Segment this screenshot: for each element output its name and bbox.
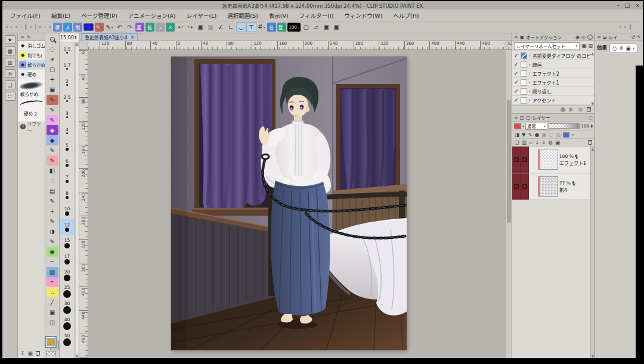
- dock-icon[interactable]: ★: [5, 35, 16, 44]
- scroll-down-icon[interactable]: ▼: [591, 101, 594, 105]
- tool-button[interactable]: ✎: [47, 95, 58, 105]
- tool-button[interactable]: ╱: [47, 297, 58, 307]
- menu-item[interactable]: ファイル(F): [5, 11, 46, 20]
- menu-item[interactable]: 編集(E): [46, 11, 76, 20]
- tool-button[interactable]: ◧: [47, 166, 58, 176]
- canvas-viewport[interactable]: [88, 50, 506, 358]
- caret-icon[interactable]: ›: [529, 80, 531, 85]
- brush-size-item[interactable]: 25: [60, 284, 75, 300]
- clip-at-layer-icon[interactable]: ▼: [522, 132, 526, 138]
- opacity-value[interactable]: 100: [581, 123, 589, 129]
- menu-item[interactable]: ヘルプ(H): [388, 11, 424, 20]
- layer-select-cell[interactable]: ✎: [521, 173, 529, 200]
- layer-color-swatch[interactable]: [563, 132, 569, 138]
- subtool-item[interactable]: ◆ 軟らかめ: [18, 60, 45, 70]
- add-set-icon[interactable]: ⊞: [588, 43, 593, 49]
- layer-color-effect-icon[interactable]: ▣: [626, 45, 631, 51]
- caret-icon[interactable]: ›: [529, 89, 531, 94]
- dock-arrow[interactable]: «: [38, 24, 43, 30]
- play-icon[interactable]: ◎: [581, 35, 586, 40]
- toolbar-button[interactable]: ▣▾: [322, 23, 331, 32]
- tool-button[interactable]: ✎: [47, 105, 58, 115]
- checkmark-icon[interactable]: ✓: [514, 97, 519, 103]
- toolbar-button[interactable]: 拡▾: [145, 23, 154, 32]
- select-square-icon[interactable]: [514, 184, 519, 189]
- layer-row[interactable]: ✎ › 100 %▚ エフェクト1: [512, 147, 590, 173]
- toolbar-button[interactable]: ▦▾: [206, 23, 215, 32]
- scrollbar[interactable]: ▲▼: [75, 42, 79, 358]
- tool-button[interactable]: ▤: [47, 186, 58, 196]
- tool-button[interactable]: ▨: [47, 267, 58, 277]
- brush-size-item[interactable]: 30: [60, 300, 75, 316]
- brush-size-item[interactable]: 8: [60, 187, 75, 203]
- tool-button[interactable]: ✎: [47, 237, 58, 247]
- brush-size-item[interactable]: 20: [60, 267, 75, 284]
- dock-arrow[interactable]: »: [623, 24, 628, 30]
- layer-visibility-cell[interactable]: [512, 147, 521, 173]
- toolbar-button[interactable]: ↶▾: [115, 23, 124, 32]
- toolbar-button[interactable]: ⊤▾: [247, 23, 256, 32]
- select-square-icon[interactable]: [522, 157, 527, 162]
- tool-button[interactable]: ∴: [47, 287, 58, 297]
- toolbar-button[interactable]: ▣▾: [332, 23, 341, 32]
- tool-button[interactable]: ✎: [47, 145, 58, 155]
- brush-size-item[interactable]: 1.5: [60, 42, 75, 58]
- tool-button[interactable]: ✎: [47, 155, 58, 166]
- search-icon[interactable]: ◌: [589, 115, 593, 120]
- toolbar-button[interactable]: 選▾: [135, 23, 144, 32]
- toolbar-button[interactable]: 別▾: [73, 23, 82, 32]
- menu-item[interactable]: フィルター(I): [294, 11, 339, 20]
- checkmark-icon[interactable]: ✓: [514, 88, 519, 94]
- trash-icon[interactable]: [588, 140, 592, 145]
- lock-layer-icon[interactable]: ●: [535, 132, 539, 138]
- trash-icon[interactable]: [587, 107, 591, 112]
- duplicate-set-icon[interactable]: ▣: [581, 43, 587, 49]
- tool-button[interactable]: ~: [47, 257, 58, 267]
- toolbar-button[interactable]: ✎▾: [105, 23, 114, 32]
- create-mask-icon[interactable]: ◍: [548, 139, 552, 145]
- toolbar-button[interactable]: ス▾: [63, 23, 72, 32]
- toolbar-button[interactable]: ◡▾: [237, 23, 246, 32]
- main-color-swatch[interactable]: [46, 337, 55, 347]
- new-vector-layer-icon[interactable]: ▥: [522, 139, 527, 145]
- tab-layer[interactable]: レイヤー: [532, 114, 550, 121]
- draft-layer-icon[interactable]: ✎: [528, 132, 532, 138]
- panel-menu-icon[interactable]: ≡: [514, 115, 518, 120]
- opacity-slider[interactable]: [549, 123, 580, 129]
- brush-size-item[interactable]: 5: [60, 139, 75, 155]
- dock-arrow[interactable]: ›: [10, 24, 14, 30]
- toolbar-button[interactable]: 100▾: [287, 23, 301, 32]
- apply-mask-icon[interactable]: ▣: [555, 139, 560, 145]
- tool-button[interactable]: ▣: [47, 85, 58, 95]
- toolbar-button[interactable]: ∠▾: [216, 23, 225, 32]
- brush-size-value[interactable]: 15.00: [60, 35, 74, 41]
- layer-visibility-cell[interactable]: [512, 173, 521, 200]
- dock-icon[interactable]: ◎: [5, 69, 16, 78]
- new-layer-icon[interactable]: ❏: [515, 139, 519, 145]
- checkmark-icon[interactable]: ✓: [514, 79, 519, 85]
- brush-size-item[interactable]: 4: [60, 123, 75, 139]
- tool-button[interactable]: [47, 34, 58, 44]
- auto-action-item[interactable]: ✓ › 名前変更ダイアログ のコピ: [512, 51, 595, 60]
- tool-button[interactable]: ◈: [47, 125, 58, 135]
- tone-effect-icon[interactable]: ※: [619, 45, 623, 51]
- select-square-icon[interactable]: [514, 157, 519, 162]
- brush-size-item[interactable]: 2.5: [60, 91, 75, 107]
- tool-button[interactable]: ◑: [47, 226, 58, 237]
- toolbar-button[interactable]: ↩▾: [176, 23, 185, 32]
- dock-arrow[interactable]: ‹: [43, 24, 47, 30]
- brush-size-item[interactable]: 15: [60, 235, 75, 251]
- toolbar-button[interactable]: ▱▾: [312, 23, 321, 32]
- duplicate-subtool-icon[interactable]: ▣: [28, 350, 33, 356]
- merge-down-icon[interactable]: ⇓: [541, 139, 546, 145]
- tool-button[interactable]: +: [47, 206, 58, 216]
- record-icon[interactable]: ◉: [575, 35, 580, 40]
- record-button[interactable]: [561, 107, 565, 112]
- panel-menu-icon[interactable]: ≡: [597, 35, 601, 40]
- save-material-icon[interactable]: ↧: [20, 350, 25, 356]
- brush-size-item[interactable]: 40: [60, 316, 75, 332]
- dock-arrow[interactable]: «: [28, 24, 33, 30]
- brush-size-item[interactable]: 10: [60, 203, 75, 219]
- auto-action-item[interactable]: ✓ › 照り返し: [512, 87, 595, 96]
- new-folder-icon[interactable]: ▱: [529, 139, 533, 145]
